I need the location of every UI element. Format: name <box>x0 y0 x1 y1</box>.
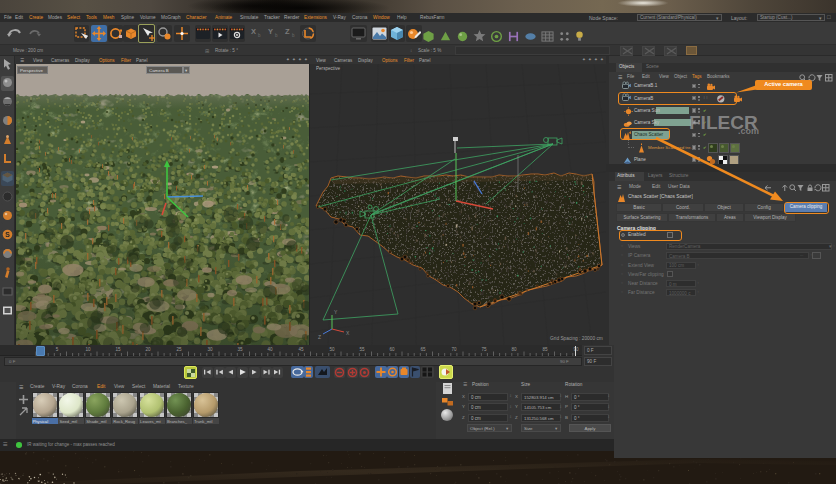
svg-text:70: 70 <box>451 347 457 352</box>
svg-text:Grid Spacing : 20000 cm: Grid Spacing : 20000 cm <box>550 336 603 341</box>
svg-text:75: 75 <box>481 347 487 352</box>
svg-text:40: 40 <box>267 347 273 352</box>
svg-text:85: 85 <box>542 347 548 352</box>
svg-text:50: 50 <box>329 347 335 352</box>
svg-text:65: 65 <box>420 347 426 352</box>
svg-text:20: 20 <box>145 347 151 352</box>
svg-text:15: 15 <box>115 347 121 352</box>
svg-text:30: 30 <box>207 347 213 352</box>
svg-text:25: 25 <box>176 347 182 352</box>
svg-text:80: 80 <box>511 347 517 352</box>
svg-text:60: 60 <box>389 347 395 352</box>
svg-text:55: 55 <box>359 347 365 352</box>
svg-text:Z: Z <box>318 334 321 340</box>
svg-text:35: 35 <box>237 347 243 352</box>
svg-text:5: 5 <box>56 347 59 352</box>
svg-text:S: S <box>5 231 10 238</box>
svg-text:45: 45 <box>298 347 304 352</box>
svg-text:10: 10 <box>85 347 91 352</box>
